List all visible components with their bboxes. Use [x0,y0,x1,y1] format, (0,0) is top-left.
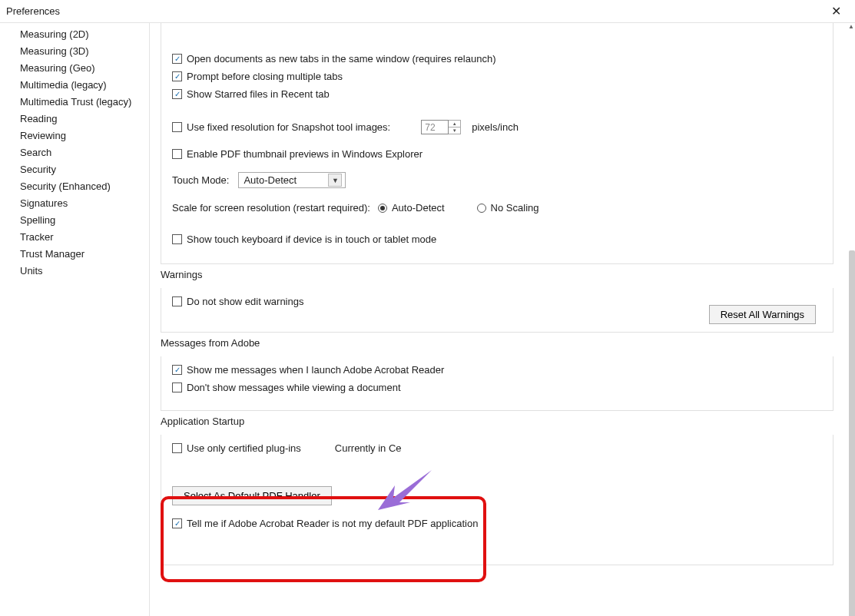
scale-label: Scale for screen resolution (restart req… [172,202,370,214]
fixed-resolution-checkbox[interactable] [172,122,182,132]
reset-all-warnings-button[interactable]: Reset All Warnings [709,305,816,324]
warnings-title: Warnings [161,269,833,280]
content-pane: ▲ Open documents as new tabs in the same… [150,23,855,616]
pdf-thumbnail-checkbox[interactable] [172,149,182,159]
prompt-close-label: Prompt before closing multiple tabs [187,71,343,82]
scale-auto-label: Auto-Detect [392,202,445,214]
sidebar-item[interactable]: Measuring (Geo) [20,60,149,77]
sidebar-item[interactable]: Security [20,161,149,178]
warnings-section: Warnings Do not show edit warnings Reset… [161,275,833,333]
spinner-down-icon[interactable]: ▼ [449,128,460,134]
show-launch-messages-checkbox[interactable] [172,365,182,375]
sidebar-item[interactable]: Reviewing [20,128,149,144]
messages-section: Messages from Adobe Show me messages whe… [161,343,833,411]
sidebar-item[interactable]: Spelling [20,212,149,229]
sidebar-item[interactable]: Multimedia Trust (legacy) [20,94,149,111]
sidebar-item[interactable]: Tracker [20,229,149,246]
certified-plugins-checkbox[interactable] [172,443,182,453]
touch-keyboard-checkbox[interactable] [172,234,182,244]
sidebar-item[interactable]: Multimedia (legacy) [20,77,149,94]
close-button[interactable]: ✕ [827,2,846,20]
sidebar-item[interactable]: Trust Manager [20,246,149,263]
sidebar-item[interactable]: Measuring (3D) [20,43,149,60]
scale-none-label: No Scaling [491,202,539,214]
sidebar-item[interactable]: Reading [20,111,149,128]
preferences-window: Preferences ✕ Measuring (2D) Measuring (… [0,0,855,616]
sidebar-item[interactable]: Security (Enhanced) [20,178,149,195]
dont-show-viewing-label: Don't show messages while viewing a docu… [187,382,401,393]
sidebar-item[interactable]: Units [20,263,149,280]
scroll-up-icon[interactable]: ▲ [847,23,855,34]
touch-mode-select[interactable]: Auto-Detect ▼ [238,172,346,188]
scale-none-radio[interactable] [477,204,486,213]
titlebar: Preferences ✕ [0,0,855,23]
fixed-resolution-label: Use fixed resolution for Snapshot tool i… [187,121,390,133]
show-launch-messages-label: Show me messages when I launch Adobe Acr… [187,364,444,376]
tell-me-default-checkbox[interactable] [172,518,182,528]
window-body: Measuring (2D) Measuring (3D) Measuring … [0,23,855,616]
startup-section: Application Startup Use only certified p… [161,422,833,565]
select-default-handler-button[interactable]: Select As Default PDF Handler [172,486,332,505]
no-edit-warnings-checkbox[interactable] [172,296,182,306]
fixed-resolution-input[interactable]: 72 [421,120,449,134]
startup-title: Application Startup [161,416,833,427]
fixed-resolution-spinner[interactable]: ▲▼ [449,120,461,134]
dont-show-viewing-checkbox[interactable] [172,383,182,392]
fixed-resolution-unit: pixels/inch [472,121,519,133]
prompt-close-checkbox[interactable] [172,71,182,81]
basic-tools-group: Open documents as new tabs in the same w… [161,23,833,264]
scrollbar-thumb[interactable] [849,250,855,616]
show-starred-checkbox[interactable] [172,89,182,99]
window-title: Preferences [6,5,60,17]
messages-title: Messages from Adobe [161,337,833,349]
sidebar-item[interactable]: Search [20,144,149,161]
tell-me-default-label: Tell me if Adobe Acrobat Reader is not m… [187,518,478,529]
show-starred-label: Show Starred files in Recent tab [187,88,330,100]
touch-mode-value: Auto-Detect [244,174,297,186]
sidebar-item[interactable]: Signatures [20,195,149,212]
certified-status: Currently in Ce [335,442,402,454]
touch-mode-label: Touch Mode: [172,174,229,186]
no-edit-warnings-label: Do not show edit warnings [187,296,303,307]
open-tabs-checkbox[interactable] [172,54,182,64]
open-tabs-label: Open documents as new tabs in the same w… [187,53,496,65]
category-sidebar: Measuring (2D) Measuring (3D) Measuring … [0,23,150,616]
scale-auto-radio[interactable] [378,204,387,213]
pdf-thumbnail-label: Enable PDF thumbnail previews in Windows… [187,148,423,160]
spinner-up-icon[interactable]: ▲ [449,121,460,128]
chevron-down-icon: ▼ [328,174,342,187]
certified-plugins-label: Use only certified plug-ins [187,442,301,454]
touch-keyboard-label: Show touch keyboard if device is in touc… [187,233,436,245]
sidebar-item[interactable]: Measuring (2D) [20,26,149,43]
